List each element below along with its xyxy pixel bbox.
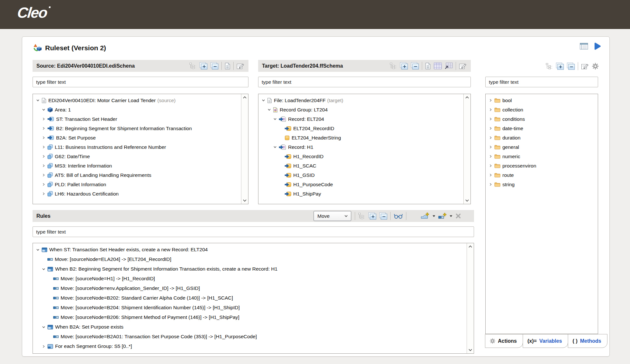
tree-item[interactable]: date-time [486,124,598,133]
expand-all-icon[interactable] [556,62,564,70]
chevron-right-icon[interactable] [488,127,493,130]
chevron-down-icon[interactable] [273,117,277,121]
tree-item[interactable]: Area: 1 [33,105,248,114]
tree-structure-icon[interactable] [358,213,365,219]
tree-structure-icon[interactable] [390,62,397,69]
add-rule-icon[interactable] [421,213,430,219]
tree-item[interactable]: string [486,180,598,189]
chevron-right-icon[interactable] [41,173,46,177]
source-filter-input[interactable] [33,77,248,87]
chevron-down-icon[interactable] [41,325,46,329]
tree-item[interactable]: ELT204_HeaderString [258,133,470,142]
chevron-right-icon[interactable] [41,127,46,130]
tree-item[interactable]: Move: [sourceNode=B206: Shipment Method … [33,312,474,322]
tree-item[interactable]: Move: [sourceNode=env.Application_Sender… [33,283,474,293]
chevron-right-icon[interactable] [41,192,46,196]
tree-item[interactable]: duration [486,133,598,142]
chevron-right-icon[interactable] [488,155,493,158]
caret-down-icon[interactable] [450,215,452,217]
edit-icon[interactable] [237,62,245,70]
chevron-down-icon[interactable] [41,267,46,271]
notepad-icon[interactable] [580,43,588,50]
chevron-right-icon[interactable] [41,145,46,149]
tree-item[interactable]: numeric [486,152,598,161]
scroll-up-button[interactable] [241,96,248,99]
tree-item[interactable]: general [486,142,598,152]
tree-item[interactable]: Record: H1 [258,142,470,152]
vertical-scrollbar[interactable] [241,94,248,204]
caret-down-icon[interactable] [432,215,435,217]
tree-item[interactable]: When B2A: Set Purpose exists [33,322,474,332]
tree-item[interactable]: B2: Beginning Segment for Shipment Infor… [33,124,248,133]
tree-item[interactable]: L11: Business Instructions and Reference… [33,142,248,152]
chevron-right-icon[interactable] [488,117,493,121]
tree-item[interactable]: When ST: Transaction Set Header exists, … [33,245,474,254]
chevron-down-icon[interactable] [261,99,266,102]
rules-filter-input[interactable] [33,226,474,237]
collapse-all-icon[interactable] [411,62,419,70]
tree-item[interactable]: ST: Transaction Set Header [33,114,248,124]
vertical-scrollbar[interactable] [467,243,474,353]
tree-item[interactable]: G62: Date/Time [33,152,248,161]
tree-item[interactable]: H1_ShipPay [258,189,470,198]
chevron-down-icon[interactable] [267,108,272,111]
chevron-down-icon[interactable] [273,145,277,149]
target-filter-input[interactable] [258,77,471,87]
scroll-up-button[interactable] [464,96,470,99]
tree-item[interactable]: H1_SCAC [258,161,470,170]
chevron-right-icon[interactable] [488,136,493,139]
grid-icon[interactable] [434,62,442,69]
tree-item[interactable]: B2A: Set Purpose [33,133,248,142]
expand-all-icon[interactable] [199,62,208,70]
tree-item[interactable]: MS3: Interline Information [33,161,248,170]
tree-item[interactable]: ELT204_RecordID [258,124,470,133]
tree-item[interactable]: conditions [486,114,598,124]
chevron-down-icon[interactable] [41,108,46,111]
add-action-icon[interactable] [438,213,447,219]
tree-item[interactable]: Move: [sourceNode=H1] -> [H1_RecordID] [33,274,474,283]
chevron-right-icon[interactable] [488,164,493,168]
rule-type-select[interactable]: Move [314,211,351,221]
gear-icon[interactable] [592,63,599,70]
tree-item[interactable]: collection [486,105,598,114]
chevron-right-icon[interactable] [488,183,493,186]
tree-item[interactable]: Move: [sourceNode=B2A01: Transaction Set… [33,332,474,341]
scroll-down-button[interactable] [467,349,474,351]
tree-item[interactable]: H1_PurposeCode [258,180,470,189]
chevron-right-icon[interactable] [41,155,46,158]
scroll-up-button[interactable] [467,245,474,248]
tree-structure-icon[interactable] [546,63,553,70]
tree-item[interactable]: H1_RecordID [258,152,470,161]
expand-all-icon[interactable] [400,62,408,70]
tree-item[interactable]: File: LoadTender204FF (target) [258,96,470,105]
tab-methods[interactable]: ( ) Methods [568,334,607,348]
tree-item[interactable]: route [486,170,598,180]
tree-item[interactable]: bool [486,96,598,105]
vertical-scrollbar[interactable] [463,94,470,204]
run-icon[interactable] [594,42,602,51]
tree-item[interactable]: Record: ELT204 [258,114,470,124]
document-lines-icon[interactable] [425,62,431,70]
tree-item[interactable]: EDi204Ver00410EDI: Motor Carrier Load Te… [33,96,248,105]
edit-icon[interactable] [459,62,467,70]
tree-item[interactable]: Move: [sourceNode=ELA204] -> [ELT204_Rec… [33,254,474,264]
chevron-right-icon[interactable] [488,173,493,177]
chevron-down-icon[interactable] [35,99,40,102]
tree-item[interactable]: For each Segment Group: S5 [0..*] [33,341,474,351]
tree-item[interactable]: When B2: Beginning Segment for Shipment … [33,264,474,274]
tree-item[interactable]: PLD: Pallet Information [33,180,248,189]
chevron-right-icon[interactable] [41,164,46,168]
tree-item[interactable]: Record Group: LT204 [258,105,470,114]
chevron-right-icon[interactable] [488,108,493,111]
tree-item[interactable]: Move: [sourceNode=B202: Standard Carrier… [33,293,474,303]
document-lines-icon[interactable] [225,62,230,70]
types-filter-input[interactable] [485,77,598,87]
tree-item[interactable]: LH6: Hazardous Certification [33,189,248,198]
chevron-right-icon[interactable] [41,117,46,121]
chevron-right-icon[interactable] [41,183,46,186]
delete-icon[interactable] [455,213,461,219]
tree-item[interactable]: Move: [sourceNode=B204: Shipment Identif… [33,303,474,312]
chevron-right-icon[interactable] [41,345,46,348]
chevron-right-icon[interactable] [41,136,46,139]
scroll-down-button[interactable] [241,199,248,202]
